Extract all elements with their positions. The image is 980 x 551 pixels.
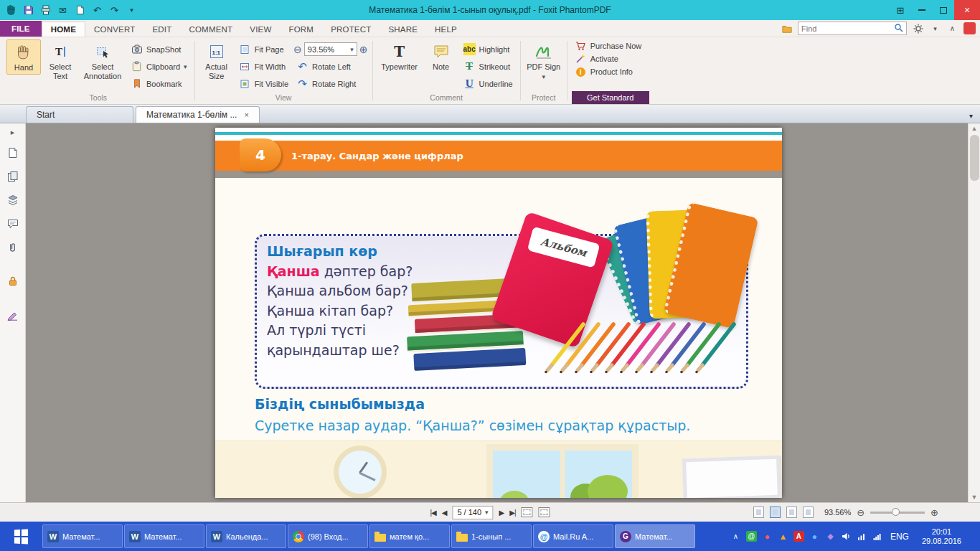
select-annotation-button[interactable]: Select Annotation <box>80 39 126 82</box>
collapse-ribbon-icon[interactable]: ∧ <box>946 22 958 34</box>
fit-width-button[interactable]: Fit Width <box>236 59 291 74</box>
red-app-tray-icon[interactable]: ● <box>762 531 773 542</box>
select-text-button[interactable]: T Select Text <box>43 39 77 82</box>
taskbar-item-foxit[interactable]: G Математ... <box>615 524 695 548</box>
tab-convert[interactable]: CONVERT <box>85 22 143 37</box>
zoom-slider-knob[interactable] <box>892 508 900 516</box>
zoom-out-icon[interactable]: ⊖ <box>293 44 302 55</box>
find-input[interactable] <box>801 24 892 33</box>
gear-icon[interactable] <box>912 22 924 34</box>
redo-icon[interactable]: ↷ <box>108 4 121 17</box>
taskbar-item-word-2[interactable]: W Математ... <box>124 524 204 548</box>
facing-view-icon[interactable] <box>786 507 797 518</box>
first-page-button[interactable]: |◀ <box>430 509 435 517</box>
snapshot-button[interactable]: SnapShot <box>128 42 190 57</box>
tab-home[interactable]: HOME <box>42 22 85 37</box>
search-icon[interactable] <box>894 23 903 34</box>
taskbar-item-word-3[interactable]: W Кальенда... <box>206 524 286 548</box>
rotate-right-button[interactable]: ↷ Rotate Right <box>293 76 367 91</box>
tab-protect[interactable]: PROTECT <box>322 22 380 37</box>
tab-share[interactable]: SHARE <box>380 22 426 37</box>
email-icon[interactable]: ✉ <box>56 4 70 17</box>
zoom-dropdown[interactable]: 93.56% ▾ <box>304 42 357 56</box>
product-info-button[interactable]: i Product Info <box>572 65 645 78</box>
language-indicator[interactable]: ENG <box>888 532 911 542</box>
strikeout-button[interactable]: T Strikeout <box>461 59 516 74</box>
doc-tab-close-icon[interactable]: × <box>244 110 248 119</box>
status-zoom-in-icon[interactable]: ⊕ <box>930 507 938 518</box>
taskbar-item-folder-2[interactable]: 1-сынып ... <box>451 524 532 548</box>
document-icon[interactable] <box>73 4 87 17</box>
pdf-sign-button[interactable]: PDF Sign ▾ <box>525 39 562 83</box>
continuous-view-icon[interactable] <box>770 507 781 518</box>
scroll-up-icon[interactable]: ▲ <box>971 125 978 132</box>
close-button[interactable]: × <box>954 0 980 20</box>
print-icon[interactable] <box>39 4 52 17</box>
taskbar-item-mailru[interactable]: @ Mail.Ru A... <box>533 524 613 548</box>
next-view-icon[interactable] <box>539 507 550 517</box>
doc-tab-start[interactable]: Start <box>26 106 133 123</box>
minimize-button[interactable] <box>911 0 933 20</box>
typewriter-button[interactable]: T Typewriter <box>377 39 422 73</box>
tab-comment[interactable]: COMMENT <box>180 22 241 37</box>
start-button[interactable] <box>0 522 42 551</box>
tile-windows-icon[interactable]: ⊞ <box>890 0 911 20</box>
attachments-panel-icon[interactable] <box>6 240 20 255</box>
performance-monitor-icon[interactable] <box>857 531 867 542</box>
actual-size-button[interactable]: 1:1 Actual Size <box>199 39 234 82</box>
tab-view[interactable]: VIEW <box>241 22 280 37</box>
panel-expand-icon[interactable]: ▸ <box>6 128 20 136</box>
tab-help[interactable]: HELP <box>426 22 466 37</box>
tab-edit[interactable]: EDIT <box>143 22 180 37</box>
security-shield-tray-icon[interactable]: ▲ <box>778 531 788 542</box>
tab-list-dropdown-icon[interactable]: ▾ <box>969 112 973 123</box>
note-button[interactable]: Note <box>424 39 458 73</box>
purchase-now-button[interactable]: Purchase Now <box>572 39 645 52</box>
document-view[interactable]: 4 1-тарау. Сандар және цифрлар Шығарып к… <box>26 123 968 502</box>
rotate-left-button[interactable]: ↶ Rotate Left <box>293 59 367 74</box>
tab-form[interactable]: FORM <box>280 22 322 37</box>
next-page-button[interactable]: ▶ <box>499 509 504 517</box>
bookmark-button[interactable]: Bookmark <box>128 76 190 91</box>
hand-tool-icon[interactable] <box>4 4 18 17</box>
clock[interactable]: 20:01 29.08.2016 <box>916 527 967 546</box>
promo-badge[interactable] <box>963 22 976 34</box>
get-standard-button[interactable]: Get Standard <box>572 91 649 104</box>
mail-agent-tray-icon[interactable]: @ <box>746 531 757 542</box>
underline-button[interactable]: U Underline <box>461 76 516 91</box>
fit-page-button[interactable]: Fit Page <box>236 42 291 57</box>
single-page-view-icon[interactable] <box>753 507 764 518</box>
scroll-down-icon[interactable]: ▼ <box>971 494 978 501</box>
scrollbar-thumb[interactable] <box>970 135 979 181</box>
layers-panel-icon[interactable] <box>6 193 20 207</box>
tab-file[interactable]: FILE <box>0 21 42 37</box>
comments-panel-icon[interactable] <box>6 217 20 231</box>
doc-tab-active[interactable]: Математика 1-бөлім ... × <box>136 106 260 123</box>
fit-visible-button[interactable]: Fit Visible <box>236 76 291 91</box>
gear-dropdown-icon[interactable]: ▾ <box>929 22 941 34</box>
vertical-scrollbar[interactable]: ▲ ▼ <box>968 123 980 502</box>
hidden-icons-chevron-icon[interactable]: ∧ <box>730 531 741 542</box>
zoom-slider[interactable] <box>870 512 925 514</box>
taskbar-item-chrome[interactable]: (98) Вход... <box>288 524 368 548</box>
activate-button[interactable]: Activate <box>572 52 645 65</box>
pages-panel-icon[interactable] <box>6 169 20 184</box>
taskbar-item-folder-1[interactable]: матем қо... <box>369 524 450 548</box>
taskbar-item-word-1[interactable]: W Математ... <box>42 524 123 548</box>
hand-tool-button[interactable]: Hand <box>6 39 41 75</box>
signature-panel-icon[interactable] <box>6 308 20 322</box>
network-icon[interactable] <box>872 531 883 542</box>
antivirus-tray-icon[interactable]: A <box>793 531 804 542</box>
security-panel-icon[interactable] <box>6 274 20 288</box>
bookmarks-panel-icon[interactable] <box>6 146 20 160</box>
undo-icon[interactable]: ↶ <box>90 4 104 17</box>
zoom-in-icon[interactable]: ⊕ <box>359 44 368 55</box>
previous-page-button[interactable]: ◀ <box>442 509 447 517</box>
page-number-box[interactable]: 5 / 140 ▾ <box>452 506 493 519</box>
blue-app-tray-icon[interactable]: ● <box>809 531 820 542</box>
previous-view-icon[interactable] <box>522 507 533 517</box>
highlight-button[interactable]: abc Highlight <box>461 42 516 57</box>
volume-icon[interactable] <box>841 531 852 542</box>
last-page-button[interactable]: ▶| <box>509 509 515 517</box>
purple-app-tray-icon[interactable]: ◆ <box>825 531 836 542</box>
